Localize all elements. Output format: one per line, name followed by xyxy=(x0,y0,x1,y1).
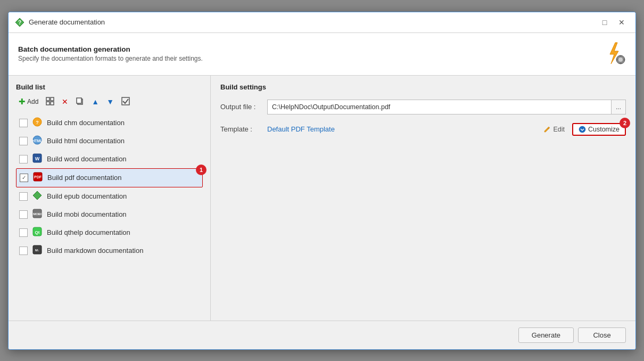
mobi-icon: MOBI xyxy=(32,209,43,220)
html-icon: HTML xyxy=(32,135,43,147)
build-list-title: Build list xyxy=(16,83,203,91)
badge-1: 1 xyxy=(196,165,207,175)
build-items-list: ? Build chm documentation HTML Build htm… xyxy=(16,114,203,260)
epub-icon xyxy=(32,191,43,202)
add-button[interactable]: ✚ Add xyxy=(16,95,41,108)
build-item-html[interactable]: HTML Build html documentation xyxy=(16,132,203,150)
svg-rect-10 xyxy=(51,97,54,101)
header-icon-container xyxy=(600,40,626,68)
svg-text:Qt: Qt xyxy=(35,230,40,235)
copy-button[interactable] xyxy=(73,95,87,109)
delete-icon: ✕ xyxy=(62,97,68,106)
build-item-qthelp[interactable]: Qt Build qthelp documentation xyxy=(16,224,203,242)
build-item-pdf[interactable]: ✓ PDF Build pdf documentation 1 xyxy=(16,168,203,187)
delete-button[interactable]: ✕ xyxy=(59,96,71,108)
header-section: Batch documentation generation Specify t… xyxy=(9,33,635,76)
word-icon: W xyxy=(32,153,43,165)
svg-rect-12 xyxy=(51,102,54,105)
mobi-label: Build mobi documentation xyxy=(47,210,127,218)
checkbox-markdown[interactable] xyxy=(19,247,28,255)
qthelp-label: Build qthelp documentation xyxy=(47,228,130,236)
svg-point-32 xyxy=(579,126,585,133)
output-field-container: ... xyxy=(267,100,626,114)
customize-button[interactable]: Customize 2 xyxy=(572,123,626,136)
window-title: Generate documentation xyxy=(29,18,105,26)
close-button-footer[interactable]: Close xyxy=(578,327,626,343)
minimize-button[interactable]: □ xyxy=(597,17,612,28)
main-content: Build list ✚ Add ✕ xyxy=(9,76,635,321)
checkbox-word[interactable] xyxy=(19,155,28,163)
markdown-icon: M↓ xyxy=(32,245,43,257)
svg-rect-5 xyxy=(620,55,622,56)
close-button[interactable]: ✕ xyxy=(614,17,629,28)
template-link[interactable]: Default PDF Template xyxy=(267,125,335,133)
output-label: Output file : xyxy=(220,103,263,111)
svg-point-4 xyxy=(618,58,623,62)
template-label: Template : xyxy=(220,125,263,133)
move-down-button[interactable]: ▼ xyxy=(104,96,117,108)
svg-text:HTML: HTML xyxy=(32,139,42,143)
checkbox-qthelp[interactable] xyxy=(19,228,28,237)
svg-text:M↓: M↓ xyxy=(35,249,39,252)
customize-down-icon xyxy=(579,126,586,133)
layout-button[interactable] xyxy=(43,95,57,109)
check-all-button[interactable] xyxy=(119,95,133,109)
pdf-label: Build pdf documentation xyxy=(47,174,121,182)
svg-rect-6 xyxy=(620,63,622,64)
markdown-label: Build markdown documentation xyxy=(47,247,143,255)
build-item-mobi[interactable]: MOBI Build mobi documentation xyxy=(16,206,203,224)
add-icon: ✚ xyxy=(19,97,26,106)
svg-text:PDF: PDF xyxy=(34,175,42,179)
build-item-epub[interactable]: Build epub documentation xyxy=(16,187,203,206)
output-browse-button[interactable]: ... xyxy=(612,100,626,114)
move-up-button[interactable]: ▲ xyxy=(89,96,102,108)
svg-rect-9 xyxy=(46,97,49,101)
title-bar: ? Generate documentation □ ✕ xyxy=(9,12,635,33)
check-all-icon xyxy=(121,97,130,107)
chm-label: Build chm documentation xyxy=(47,119,125,127)
html-label: Build html documentation xyxy=(47,137,125,145)
customize-label: Customize xyxy=(588,126,620,133)
footer: Generate Close xyxy=(9,321,635,349)
edit-template-button[interactable]: Edit xyxy=(539,124,569,135)
template-actions: Edit Customize 2 xyxy=(539,123,626,136)
down-arrow-icon: ▼ xyxy=(106,97,114,106)
output-file-row: Output file : ... xyxy=(220,100,626,114)
copy-icon xyxy=(76,97,84,107)
pdf-icon: PDF xyxy=(32,172,43,184)
build-item-word[interactable]: W Build word documentation xyxy=(16,150,203,168)
svg-rect-11 xyxy=(46,102,49,105)
output-file-input[interactable] xyxy=(267,100,612,114)
build-item-chm[interactable]: ? Build chm documentation xyxy=(16,114,203,132)
svg-text:?: ? xyxy=(18,20,21,26)
checkbox-epub[interactable] xyxy=(19,192,28,201)
title-bar-left: ? Generate documentation xyxy=(15,18,105,27)
svg-text:?: ? xyxy=(36,120,39,125)
checkbox-html[interactable] xyxy=(19,137,28,145)
build-settings-title: Build settings xyxy=(220,83,626,91)
edit-pencil-icon xyxy=(543,126,551,133)
right-panel: Build settings Output file : ... Templat… xyxy=(211,76,635,321)
checkbox-pdf[interactable]: ✓ xyxy=(20,174,28,182)
add-label: Add xyxy=(27,98,38,105)
svg-text:W: W xyxy=(35,156,40,161)
word-label: Build word documentation xyxy=(47,155,127,163)
title-bar-controls: □ ✕ xyxy=(597,17,629,28)
svg-rect-7 xyxy=(616,59,617,61)
svg-rect-8 xyxy=(624,59,625,61)
lightning-gear-icon xyxy=(600,40,626,66)
badge-2: 2 xyxy=(620,118,630,128)
generate-button[interactable]: Generate xyxy=(518,327,574,343)
main-window: ? Generate documentation □ ✕ Batch docum… xyxy=(8,12,636,350)
edit-label: Edit xyxy=(553,126,565,133)
epub-label: Build epub documentation xyxy=(47,192,127,200)
svg-rect-14 xyxy=(77,98,81,103)
svg-marker-24 xyxy=(33,191,42,200)
build-item-markdown[interactable]: M↓ Build markdown documentation xyxy=(16,242,203,260)
header-title: Batch documentation generation xyxy=(18,45,203,53)
qthelp-icon: Qt xyxy=(32,227,43,239)
checkbox-chm[interactable] xyxy=(19,119,28,127)
header-text: Batch documentation generation Specify t… xyxy=(18,45,203,62)
checkbox-mobi[interactable] xyxy=(19,210,28,219)
template-row: Template : Default PDF Template Edit Cus… xyxy=(220,123,626,136)
